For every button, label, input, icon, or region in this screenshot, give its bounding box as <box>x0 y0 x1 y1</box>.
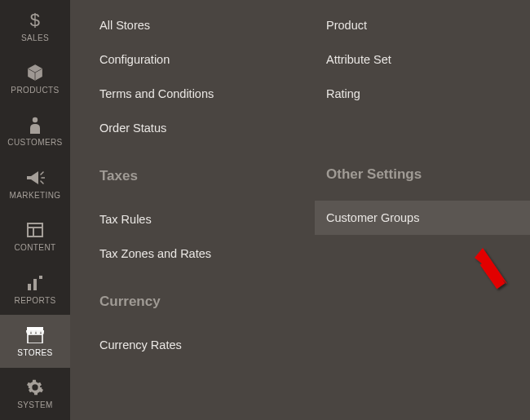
section-heading-currency: Currency <box>99 294 303 310</box>
sidebar-item-label: MARKETING <box>9 191 60 200</box>
menu-configuration[interactable]: Configuration <box>99 42 303 77</box>
menu-customer-groups[interactable]: Customer Groups <box>315 201 530 235</box>
sidebar-item-label: REPORTS <box>15 296 56 305</box>
admin-sidebar: $ SALES PRODUCTS CUSTOMERS MARKETING CON… <box>0 0 70 420</box>
svg-rect-4 <box>28 284 31 290</box>
sidebar-item-sales[interactable]: $ SALES <box>0 0 70 52</box>
menu-currency-rates[interactable]: Currency Rates <box>99 328 303 362</box>
menu-order-status[interactable]: Order Status <box>99 111 303 145</box>
sidebar-item-label: CONTENT <box>14 243 55 252</box>
stores-flyout: All Stores Configuration Terms and Condi… <box>70 0 530 420</box>
sidebar-item-content[interactable]: CONTENT <box>0 210 70 263</box>
svg-rect-1 <box>28 223 42 237</box>
sidebar-item-products[interactable]: PRODUCTS <box>0 52 70 104</box>
flyout-right-column: Product Attribute Set Rating Other Setti… <box>326 0 530 235</box>
megaphone-icon <box>25 168 45 188</box>
sidebar-item-customers[interactable]: CUSTOMERS <box>0 105 70 157</box>
menu-all-stores[interactable]: All Stores <box>99 8 303 42</box>
sidebar-item-reports[interactable]: REPORTS <box>0 263 70 315</box>
sidebar-item-label: STORES <box>17 348 52 357</box>
sidebar-item-label: PRODUCTS <box>11 86 59 95</box>
sidebar-item-label: SALES <box>21 33 49 42</box>
menu-rating[interactable]: Rating <box>326 77 530 111</box>
menu-tax-rules[interactable]: Tax Rules <box>99 202 303 237</box>
svg-rect-5 <box>33 279 37 290</box>
chart-bars-icon <box>27 273 43 293</box>
svg-rect-7 <box>28 334 42 343</box>
sidebar-item-system[interactable]: SYSTEM <box>0 368 70 420</box>
menu-attribute-set[interactable]: Attribute Set <box>326 42 530 77</box>
sidebar-item-stores[interactable]: STORES <box>0 315 70 367</box>
sidebar-item-marketing[interactable]: MARKETING <box>0 157 70 210</box>
person-icon <box>29 115 42 135</box>
layout-icon <box>27 220 43 240</box>
sidebar-item-label: CUSTOMERS <box>7 138 62 147</box>
cube-icon <box>26 63 44 82</box>
flyout-left-column: All Stores Configuration Terms and Condi… <box>99 0 303 362</box>
section-heading-taxes: Taxes <box>99 168 303 184</box>
svg-point-0 <box>33 117 38 122</box>
store-icon <box>25 325 45 345</box>
menu-terms-conditions[interactable]: Terms and Conditions <box>99 77 303 111</box>
sidebar-item-label: SYSTEM <box>17 400 53 409</box>
dollar-icon: $ <box>30 11 41 30</box>
section-heading-other-settings: Other Settings <box>326 166 530 183</box>
gear-icon <box>26 378 44 397</box>
menu-product[interactable]: Product <box>326 8 530 42</box>
svg-rect-6 <box>39 276 42 279</box>
menu-tax-zones-rates[interactable]: Tax Zones and Rates <box>99 237 303 271</box>
